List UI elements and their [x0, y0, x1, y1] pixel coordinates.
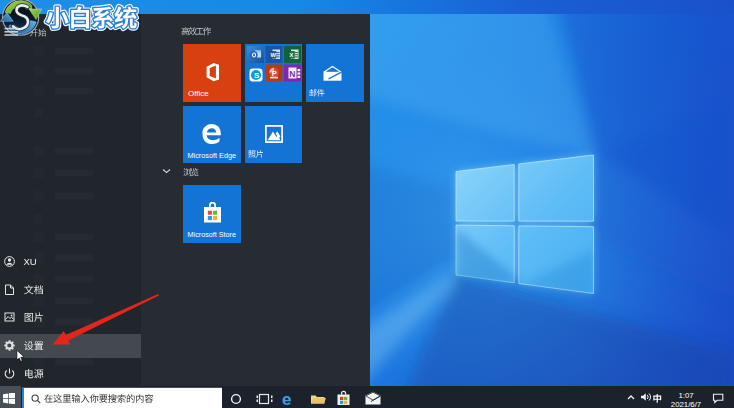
svg-text:XU: XU: [24, 256, 37, 267]
